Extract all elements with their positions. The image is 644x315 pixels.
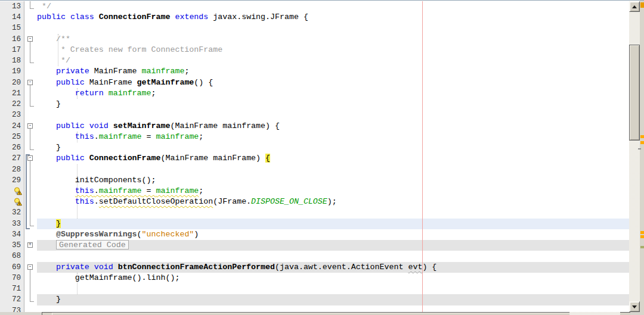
vertical-scrollbar[interactable] [629,1,640,315]
code-line[interactable]: 20- public MainFrame getMainframe() { [0,77,644,88]
error-stripe-mark-warning[interactable] [640,231,644,234]
hint-bulb-icon[interactable] [14,187,22,195]
scroll-right-button[interactable] [620,312,630,315]
code-line[interactable]: 28 [0,164,644,175]
code-line[interactable]: 33 } [0,219,644,229]
horizontal-scrollbar[interactable] [0,312,644,315]
code-text[interactable]: } [37,294,630,305]
code-line[interactable]: 68 [0,251,644,261]
code-line[interactable]: 71 [0,283,644,294]
line-number: 19 [0,66,24,77]
code-text[interactable]: private void btnConnectionFrameActionPer… [37,262,630,273]
scroll-up-button[interactable] [629,1,640,12]
code-line[interactable]: 24- public void setMainframe(MainFrame m… [0,121,644,132]
code-text[interactable]: initComponents(); [37,175,630,186]
fold-margin: - [24,262,37,273]
code-text[interactable]: /** [37,34,630,45]
code-text[interactable]: this.mainframe = mainframe; [37,132,630,142]
code-text[interactable]: } [37,142,630,153]
code-text[interactable]: } [37,99,630,110]
fold-collapse-toggle[interactable]: - [27,36,33,42]
code-line[interactable]: 16- /** [0,34,644,45]
scroll-down-button[interactable] [629,301,640,312]
fold-expand-toggle[interactable]: + [27,242,33,248]
code-text[interactable]: public void setMainframe(MainFrame mainf… [37,121,630,132]
code-token: initComponents(); [37,176,156,185]
error-stripe-mark-caret[interactable] [638,148,641,149]
code-text[interactable]: */ [37,1,630,12]
code-text[interactable] [37,164,630,175]
code-line[interactable]: 26 } [0,142,644,153]
code-token: */ [37,2,51,11]
code-text[interactable]: this.setDefaultCloseOperation(JFrame.DIS… [37,197,630,207]
code-line[interactable]: 13 */ [0,1,644,12]
code-text[interactable]: private MainFrame mainframe; [37,66,630,77]
code-text[interactable]: public class ConnectionFrame extends jav… [37,12,630,23]
code-token: (MainFrame mainframe) { [170,121,280,130]
code-line[interactable]: 18 */ [0,55,644,66]
code-text[interactable]: */ [37,55,630,66]
error-stripe-mark-status[interactable] [640,2,644,8]
scroll-left-button[interactable] [42,312,52,315]
code-line[interactable]: 23 [0,110,644,120]
code-lines-area[interactable]: 13 */14public class ConnectionFrame exte… [0,1,644,315]
code-token [37,132,75,141]
line-number: 24 [0,121,24,132]
collapsed-fold-label[interactable]: Generated Code [56,240,129,249]
fold-collapse-toggle[interactable]: - [27,123,33,129]
code-text[interactable]: public MainFrame getMainframe() { [37,77,630,88]
code-token: ); [327,197,337,206]
code-line[interactable]: 35+Generated Code [0,240,644,251]
code-line[interactable]: 34 @SuppressWarnings("unchecked") [0,229,644,240]
horizontal-scrollbar-thumb[interactable] [52,312,569,315]
code-line[interactable]: 21 return mainframe; [0,88,644,99]
error-stripe[interactable] [640,1,644,315]
code-line[interactable]: 72 } [0,294,644,305]
error-stripe-mark-warning[interactable] [640,141,644,144]
line-number: 70 [0,273,24,283]
code-line[interactable]: 22 } [0,99,644,110]
code-text[interactable]: Generated Code [37,240,630,251]
error-stripe-mark-warning[interactable] [640,235,644,238]
code-token: } [37,143,61,152]
fold-margin [24,294,37,305]
code-line[interactable]: 25 this.mainframe = mainframe; [0,132,644,142]
code-text[interactable]: } [37,219,630,229]
code-line[interactable]: 17 * Creates new form ConnectionFrame [0,45,644,55]
code-editor[interactable]: 13 */14public class ConnectionFrame exte… [0,0,644,315]
code-line[interactable]: 27- public ConnectionFrame(MainFrame mai… [0,153,644,164]
code-line[interactable]: this.setDefaultCloseOperation(JFrame.DIS… [0,197,644,207]
code-text[interactable] [37,283,630,294]
code-line[interactable]: 19 private MainFrame mainframe; [0,66,644,77]
code-text[interactable] [37,110,630,120]
error-stripe-mark-warning[interactable] [640,135,644,138]
code-text[interactable]: public ConnectionFrame(MainFrame mainFra… [37,153,630,164]
code-line[interactable]: 69- private void btnConnectionFrameActio… [0,262,644,273]
code-line[interactable]: 15 [0,23,644,33]
fold-collapse-toggle[interactable]: - [27,264,33,270]
code-line[interactable]: 14public class ConnectionFrame extends j… [0,12,644,23]
code-text[interactable]: * Creates new form ConnectionFrame [37,45,630,55]
code-line[interactable]: this.mainframe = mainframe; [0,186,644,197]
fold-collapse-toggle[interactable]: - [27,80,33,85]
arrow-down-icon [632,305,637,308]
code-text[interactable]: @SuppressWarnings("unchecked") [37,229,630,240]
code-text[interactable] [37,207,630,218]
code-text[interactable]: getMainframe().linh(); [37,273,630,283]
line-number: 69 [0,262,24,273]
code-text[interactable] [37,251,630,261]
code-token: this [75,132,94,141]
code-token: "unchecked" [142,230,194,239]
code-line[interactable]: 32 [0,207,644,218]
code-token: ( [137,230,142,239]
code-line[interactable]: 29 initComponents(); [0,175,644,186]
horizontal-scrollbar-track[interactable] [569,312,620,315]
code-text[interactable]: return mainframe; [37,88,630,99]
code-text[interactable] [37,23,630,33]
fold-margin [24,66,37,77]
vertical-scrollbar-thumb[interactable] [629,45,640,141]
code-text[interactable]: this.mainframe = mainframe; [37,186,630,197]
error-stripe-mark-fold[interactable] [640,246,644,248]
hint-bulb-icon[interactable] [14,198,22,206]
code-line[interactable]: 70 getMainframe().linh(); [0,273,644,283]
